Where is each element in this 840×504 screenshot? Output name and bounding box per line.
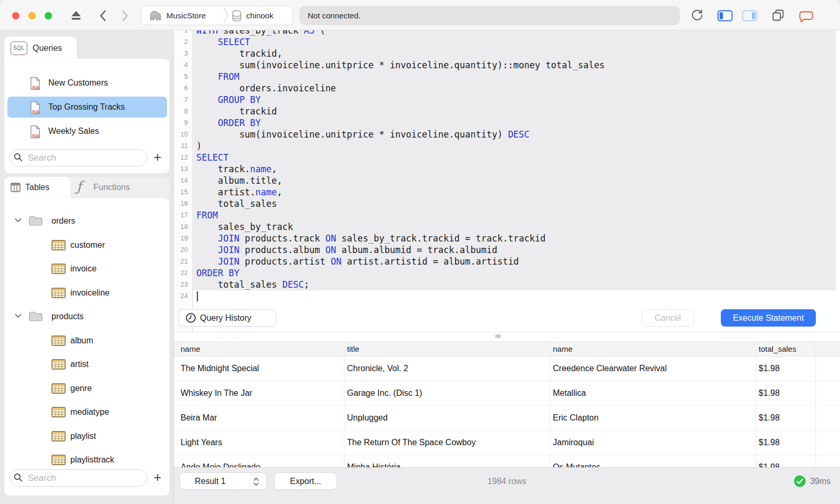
sidebar-right-toggle-icon[interactable] (742, 9, 758, 23)
tables-search-input[interactable] (9, 469, 148, 487)
table-row[interactable]: Light YearsThe Return Of The Space Cowbo… (174, 430, 840, 455)
back-icon[interactable] (97, 9, 110, 23)
code-line[interactable]: trackid (193, 106, 840, 117)
code-line[interactable]: track.name, (193, 163, 840, 175)
tree-table-playlisttrack[interactable]: playlisttrack (4, 449, 170, 470)
tree-table-label: album (70, 330, 93, 351)
code-line[interactable]: JOIN products.track ON sales_by_track.tr… (193, 233, 840, 244)
code-line[interactable]: sum(invoiceline.unitprice * invoiceline.… (193, 59, 840, 71)
column-header-name[interactable]: name (181, 342, 201, 356)
sidebar-query-item[interactable]: SQLWeekly Sales (7, 121, 167, 142)
code-line[interactable]: SELECT (193, 152, 840, 163)
sidebar-query-item[interactable]: SQLTop Grossing Tracks (7, 97, 167, 118)
code-line[interactable]: artist.name, (193, 186, 840, 198)
table-cell[interactable]: $1.98 (759, 455, 780, 467)
tree-table-mediatype[interactable]: mediatype (4, 402, 170, 423)
code-line[interactable]: SELECT (193, 36, 840, 48)
queries-search-input[interactable] (9, 149, 148, 166)
table-cell[interactable]: Metallica (553, 381, 586, 405)
table-cell[interactable]: Jamiroquai (553, 430, 594, 455)
code-line[interactable]: album.title, (193, 175, 840, 186)
cancel-button[interactable]: Cancel (642, 309, 694, 327)
code-line[interactable]: GROUP BY (193, 94, 840, 106)
editor-results-divider[interactable] (174, 332, 840, 341)
table-cell[interactable]: $1.98 (759, 381, 780, 405)
table-cell[interactable]: $1.98 (759, 430, 780, 455)
table-cell[interactable]: Whiskey In The Jar (181, 381, 253, 405)
editor-code[interactable]: WITH sales_by_track AS ( SELECT trackid,… (193, 30, 840, 332)
tree-folder-products[interactable]: products (4, 306, 170, 327)
table-cell[interactable]: Os Mutantes (553, 455, 601, 467)
code-line[interactable]: trackid, (193, 48, 840, 59)
table-cell[interactable]: Beira Mar (181, 406, 217, 430)
refresh-icon[interactable] (690, 8, 704, 22)
tree-folder-orders[interactable]: orders (4, 211, 170, 232)
table-cell[interactable]: Creedence Clearwater Revival (553, 356, 667, 381)
tree-table-invoiceline[interactable]: invoiceline (4, 282, 170, 303)
tree-table-artist[interactable]: artist (4, 354, 170, 375)
chevron-down-icon[interactable] (15, 313, 22, 318)
forward-icon[interactable] (118, 9, 131, 23)
code-line[interactable]: JOIN products.album ON album.albumid = t… (193, 244, 840, 256)
code-line[interactable] (193, 290, 840, 302)
code-line[interactable]: total_sales DESC; (193, 279, 840, 290)
breadcrumb-connection[interactable]: MusicStore (166, 6, 206, 25)
code-line[interactable]: FROM (193, 71, 840, 82)
add-query-button[interactable]: + (150, 149, 165, 166)
code-line[interactable]: WITH sales_by_track AS ( (193, 30, 840, 36)
table-cell[interactable]: Light Years (181, 430, 222, 455)
execute-statement-button[interactable]: Execute Statement (721, 309, 816, 327)
column-header-name[interactable]: name (553, 342, 573, 356)
code-line[interactable]: JOIN products.artist ON artist.artistid … (193, 256, 840, 267)
code-line[interactable]: ) (193, 140, 840, 152)
close-window-button[interactable] (12, 12, 19, 19)
column-header-total_sales[interactable]: total_sales (759, 342, 796, 356)
table-cell[interactable]: Eric Clapton (553, 406, 598, 430)
table-cell[interactable]: The Return Of The Space Cowboy (347, 430, 476, 455)
tab-queries[interactable]: SQL Queries (4, 37, 77, 59)
zoom-window-button[interactable] (45, 12, 52, 19)
tree-table-genre[interactable]: genre (4, 378, 170, 399)
minimize-window-button[interactable] (28, 12, 36, 19)
code-line[interactable]: ORDER BY (193, 267, 840, 279)
drag-handle-icon[interactable] (495, 334, 501, 338)
code-line[interactable]: orders.invoiceline (193, 82, 840, 94)
table-row[interactable]: The Midnight SpecialChronicle, Vol. 2Cre… (174, 356, 840, 381)
tree-table-album[interactable]: album (4, 330, 170, 351)
windows-icon[interactable] (771, 9, 785, 23)
code-line[interactable]: sales_by_track (193, 221, 840, 233)
table-cell[interactable]: Ando Meio Desligado (181, 455, 260, 467)
chevron-down-icon[interactable] (15, 218, 22, 223)
table-cell[interactable]: Unplugged (347, 406, 387, 430)
code-line[interactable]: total_sales (193, 198, 840, 209)
breadcrumb-database[interactable]: chinook (246, 6, 274, 25)
table-cell[interactable]: Minha História (347, 455, 401, 467)
table-row[interactable]: Beira MarUnpluggedEric Clapton$1.98 (174, 406, 840, 430)
table-icon (51, 407, 66, 417)
table-row[interactable]: Ando Meio DesligadoMinha HistóriaOs Muta… (174, 455, 840, 467)
add-table-button[interactable]: + (150, 469, 165, 487)
query-history-button[interactable]: Query History (178, 309, 276, 327)
eject-icon[interactable] (69, 9, 83, 23)
tab-functions[interactable]: ƒ Functions (74, 177, 163, 198)
sidebar-query-item[interactable]: SQLNew Customers (7, 72, 167, 93)
column-header-title[interactable]: title (347, 342, 359, 356)
code-line[interactable]: sum(invoiceline.unitprice * invoiceline.… (193, 129, 840, 140)
folder-icon (28, 311, 43, 322)
success-check-icon (794, 475, 806, 487)
table-cell[interactable]: $1.98 (759, 356, 780, 381)
table-cell[interactable]: Chronicle, Vol. 2 (347, 356, 408, 381)
sidebar-left-toggle-icon[interactable] (717, 9, 733, 23)
table-cell[interactable]: The Midnight Special (181, 356, 259, 381)
code-line[interactable]: FROM (193, 209, 840, 221)
table-cell[interactable]: Garage Inc. (Disc 1) (347, 381, 422, 405)
code-line[interactable]: ORDER BY (193, 117, 840, 129)
sql-editor[interactable]: WITH sales_by_track AS ( SELECT trackid,… (174, 30, 840, 332)
tab-tables[interactable]: Tables (4, 177, 70, 198)
tree-table-customer[interactable]: customer (4, 235, 170, 256)
feedback-bubble-icon[interactable] (799, 9, 814, 23)
tree-table-invoice[interactable]: invoice (4, 258, 170, 279)
tree-table-playlist[interactable]: playlist (4, 426, 170, 447)
table-cell[interactable]: $1.98 (759, 406, 780, 430)
table-row[interactable]: Whiskey In The JarGarage Inc. (Disc 1)Me… (174, 381, 840, 406)
